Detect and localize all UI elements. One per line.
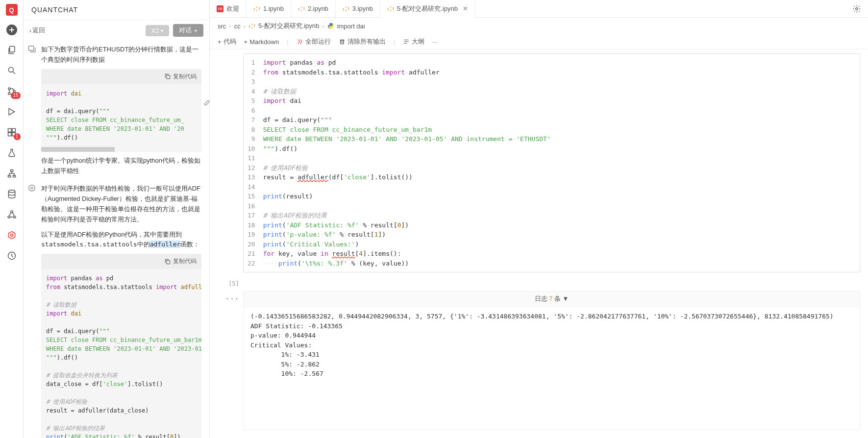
outline-button[interactable]: 大纲 xyxy=(403,37,424,46)
svg-point-2 xyxy=(8,88,10,90)
cell-actions-icon[interactable]: ··· xyxy=(224,291,239,430)
ext-badge: 1 xyxy=(14,133,21,140)
source-control-icon[interactable]: 15 xyxy=(6,85,18,97)
bot-text-1: 对于时间序列数据的平稳性检验，我们一般可以使用ADF（Augmented Dic… xyxy=(41,184,201,224)
tab-2[interactable]: 2.ipynb xyxy=(291,0,336,17)
output-body: (-0.14336515686583282, 0.944944208290633… xyxy=(244,307,860,384)
bot-code-block: 复制代码 import pandas as pd from statsmodel… xyxy=(41,254,201,438)
svg-rect-18 xyxy=(28,46,34,50)
user-message: 如下为数字货币合约ETHUSDT的分钟行情数据，这是一个典型的时间序列数据 复制… xyxy=(27,45,201,176)
exec-count: [5] xyxy=(224,276,239,287)
more-button[interactable]: ··· xyxy=(432,38,438,46)
svg-rect-21 xyxy=(167,260,170,264)
app-logo[interactable]: Q xyxy=(6,4,18,16)
chat-icon[interactable] xyxy=(6,229,18,241)
scm-badge: 15 xyxy=(11,92,20,99)
svg-point-20 xyxy=(31,188,33,190)
chat-panel: QUANTCHAT ‹ 返回 X2 ▾ 对话 + 如下为数字货币合约ETHUSD… xyxy=(24,0,210,438)
notebook-icon xyxy=(387,5,394,12)
user-avatar-icon xyxy=(27,45,37,54)
chat-title: QUANTCHAT xyxy=(31,6,201,14)
copy-code-button[interactable]: 复制代码 xyxy=(41,254,201,269)
svg-point-12 xyxy=(8,190,15,193)
tab-5[interactable]: 5-配对交易研究.ipynb ✕ xyxy=(380,0,475,18)
search-icon[interactable] xyxy=(6,65,18,76)
svg-rect-11 xyxy=(13,175,15,177)
back-button[interactable]: ‹ 返回 xyxy=(29,26,142,35)
svg-point-16 xyxy=(10,234,13,237)
notebook-icon xyxy=(298,5,305,12)
bot-message: 对于时间序列数据的平稳性检验，我们一般可以使用ADF（Augmented Dic… xyxy=(27,184,201,438)
extensions-icon[interactable]: 1 xyxy=(6,126,18,138)
chat-mode-tag[interactable]: 对话 + xyxy=(173,24,203,37)
clear-outputs-button[interactable]: 清除所有输出 xyxy=(339,37,386,46)
user-code-block: 复制代码 import dai df = dai.query(""" SELEC… xyxy=(41,69,201,152)
chat-header: QUANTCHAT xyxy=(24,0,209,20)
edit-message-icon[interactable] xyxy=(203,98,209,106)
user-text: 如下为数字货币合约ETHUSDT的分钟行情数据，这是一个典型的时间序列数据 xyxy=(41,45,201,65)
add-markdown-button[interactable]: + Markdown xyxy=(244,38,279,46)
hi-icon: Hi xyxy=(217,5,223,12)
svg-rect-19 xyxy=(167,75,170,79)
notebook-icon xyxy=(253,5,260,12)
svg-rect-0 xyxy=(9,47,14,52)
tab-1[interactable]: 1.ipynb xyxy=(247,0,291,17)
breadcrumb[interactable]: src› cc› 5-配对交易研究.ipynb› import dai xyxy=(210,18,868,34)
model-tag[interactable]: X2 ▾ xyxy=(146,25,170,36)
svg-point-14 xyxy=(8,216,10,218)
database-icon[interactable] xyxy=(6,188,18,200)
editor-area: Hi 欢迎 1.ipynb 2.ipynb 3.ipynb 5-配对交易研究.i… xyxy=(210,0,868,438)
svg-rect-9 xyxy=(10,170,13,171)
add-code-button[interactable]: + 代码 xyxy=(218,37,236,46)
copy-code-button[interactable]: 复制代码 xyxy=(41,69,201,84)
files-icon[interactable] xyxy=(6,44,18,56)
settings-icon[interactable] xyxy=(845,0,868,17)
flask-icon[interactable] xyxy=(6,147,18,159)
svg-point-15 xyxy=(13,216,15,218)
bot-text-2: 以下是使用ADF检验的Python代码，其中需要用到statsmodels.ts… xyxy=(41,230,201,250)
svg-point-13 xyxy=(10,211,12,213)
new-button[interactable] xyxy=(6,24,17,35)
user-text-2: 你是一个python统计学专家。请实现python代码，检验如上数据平稳性 xyxy=(41,156,201,176)
svg-rect-5 xyxy=(8,129,11,132)
line-numbers: 12345678910111213141516171819202122 xyxy=(244,54,260,272)
svg-rect-6 xyxy=(12,129,15,132)
python-icon xyxy=(327,23,334,29)
close-tab-icon[interactable]: ✕ xyxy=(463,5,468,12)
code-content: import dai df = dai.query(""" SELECT clo… xyxy=(41,84,201,147)
svg-point-1 xyxy=(8,67,13,72)
chat-body[interactable]: 如下为数字货币合约ETHUSDT的分钟行情数据，这是一个典型的时间序列数据 复制… xyxy=(24,41,209,438)
code-editor[interactable]: import·pandas·as·pdfrom·statsmodels.tsa.… xyxy=(260,54,860,272)
tab-3[interactable]: 3.ipynb xyxy=(336,0,380,17)
horizontal-scrollbar[interactable] xyxy=(41,147,201,152)
svg-rect-7 xyxy=(8,133,11,136)
run-debug-icon[interactable] xyxy=(6,106,18,118)
timeline-icon[interactable] xyxy=(6,250,18,262)
code-content: import pandas as pd from statsmodels.tsa… xyxy=(41,269,201,438)
notebook-icon xyxy=(343,5,349,12)
editor-tabs: Hi 欢迎 1.ipynb 2.ipynb 3.ipynb 5-配对交易研究.i… xyxy=(210,0,868,18)
cell-gutter xyxy=(224,53,239,272)
activity-bar: Q 15 1 xyxy=(0,0,24,438)
tab-welcome[interactable]: Hi 欢迎 xyxy=(210,0,247,17)
svg-rect-10 xyxy=(8,175,10,177)
notebook-toolbar: + 代码 + Markdown | 全部运行 清除所有输出 | 大纲 ··· xyxy=(210,34,868,49)
output-block: 日志 7 条 ▼ (-0.14336515686583282, 0.944944… xyxy=(243,291,860,430)
run-all-button[interactable]: 全部运行 xyxy=(297,37,331,46)
tree-icon[interactable] xyxy=(6,168,18,179)
bot-avatar-icon xyxy=(27,184,37,194)
svg-point-22 xyxy=(856,7,858,10)
output-header[interactable]: 日志 7 条 ▼ xyxy=(244,292,860,307)
code-cell[interactable]: 12345678910111213141516171819202122 impo… xyxy=(243,53,860,272)
nodes-icon[interactable] xyxy=(6,209,18,220)
notebook-icon xyxy=(248,23,255,29)
svg-point-3 xyxy=(8,93,10,95)
